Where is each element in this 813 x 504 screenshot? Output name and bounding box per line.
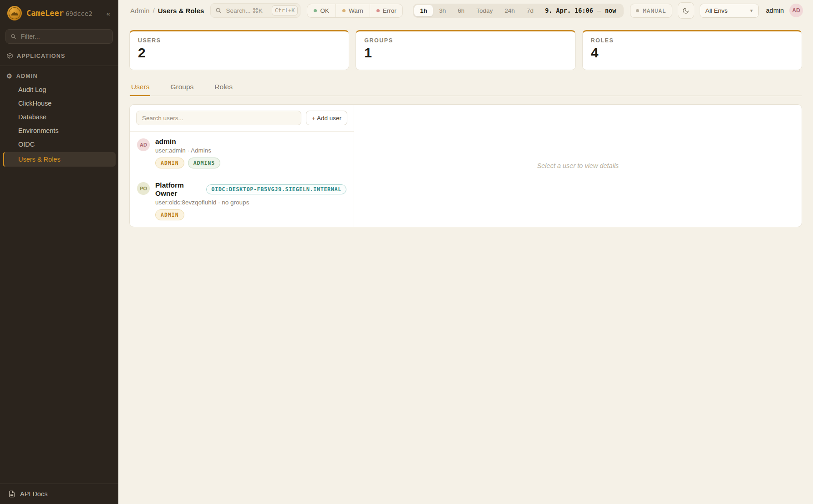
- user-meta: user:oidc:8evzqofluhld · no groups: [155, 199, 346, 206]
- stat-label: GROUPS: [364, 37, 567, 44]
- api-docs-label: API Docs: [20, 490, 47, 498]
- stat-value: 4: [591, 45, 793, 61]
- mode-label: MANUAL: [643, 7, 666, 14]
- document-icon: [8, 490, 15, 498]
- user-meta: user:admin · Admins: [155, 147, 220, 154]
- avatar: AD: [137, 138, 150, 151]
- status-filter-warn[interactable]: Warn: [335, 4, 370, 17]
- user-badges: ADMIN: [155, 209, 346, 220]
- avatar: PO: [137, 182, 150, 195]
- topbar: Admin / Users & Roles Ctrl+K OK Warn: [118, 0, 813, 21]
- time-range-1h[interactable]: 1h: [414, 5, 433, 16]
- status-filter-group: OK Warn Error Running: [307, 4, 402, 18]
- users-stat-card[interactable]: USERS 2: [129, 30, 349, 70]
- chevron-down-icon: ▾: [750, 8, 753, 14]
- stat-label: ROLES: [591, 37, 793, 44]
- global-search-input[interactable]: [225, 7, 269, 15]
- refresh-mode-badge[interactable]: MANUAL: [630, 4, 672, 18]
- breadcrumb-admin[interactable]: Admin: [130, 7, 150, 15]
- user-row-admin[interactable]: AD admin user:admin · Admins ADMIN ADMIN…: [130, 132, 354, 175]
- user-row-platform-owner[interactable]: PO Platform Owner OIDC:DESKTOP-FB5VGJ9.S…: [130, 175, 354, 227]
- sidebar-item-audit-log[interactable]: Audit Log: [0, 83, 118, 97]
- empty-detail-message: Select a user to view details: [537, 162, 619, 169]
- time-separator: —: [597, 7, 601, 14]
- oidc-provider-badge: OIDC:DESKTOP-FB5VGJ9.SIEGELN.INTERNAL: [206, 184, 346, 194]
- sidebar-filter[interactable]: [5, 29, 113, 44]
- gear-icon: ⚙: [6, 73, 13, 79]
- time-range-display[interactable]: 9. Apr. 16:06 — now: [539, 7, 622, 14]
- user-row-body: Platform Owner OIDC:DESKTOP-FB5VGJ9.SIEG…: [155, 181, 346, 220]
- sidebar-nav: Audit Log ClickHouse Database Environmen…: [0, 83, 118, 168]
- time-range-today[interactable]: Today: [471, 5, 499, 16]
- sidebar-item-environments[interactable]: Environments: [0, 124, 118, 137]
- ok-status-dot: [314, 9, 317, 12]
- tab-groups[interactable]: Groups: [169, 80, 194, 96]
- search-icon: [215, 7, 222, 14]
- breadcrumb-page: Users & Roles: [158, 7, 204, 15]
- error-status-dot: [376, 9, 380, 12]
- time-range-3h[interactable]: 3h: [433, 5, 452, 16]
- status-label: Warn: [349, 7, 363, 14]
- roles-stat-card[interactable]: ROLES 4: [582, 30, 802, 70]
- current-username: admin: [766, 7, 784, 14]
- time-range-group: 1h 3h 6h Today 24h 7d 9. Apr. 16:06 — no…: [413, 4, 624, 18]
- sidebar-filter-input[interactable]: [20, 32, 108, 41]
- search-icon: [10, 33, 16, 40]
- sidebar: CameLeer69dcce2 « APPLICATIONS ⚙ ADMIN A…: [0, 0, 118, 504]
- users-panel: + Add user AD admin user:admin · Admins …: [129, 104, 802, 227]
- sidebar-item-clickhouse[interactable]: ClickHouse: [0, 97, 118, 110]
- time-range-24h[interactable]: 24h: [499, 5, 521, 16]
- user-list-toolbar: + Add user: [130, 105, 354, 132]
- main-area: Admin / Users & Roles Ctrl+K OK Warn: [118, 0, 813, 504]
- sidebar-collapse-icon[interactable]: «: [105, 9, 112, 18]
- status-filter-ok[interactable]: OK: [307, 4, 335, 17]
- search-shortcut-badge: Ctrl+K: [272, 5, 298, 15]
- warn-status-dot: [342, 9, 346, 12]
- global-search[interactable]: Ctrl+K: [210, 3, 300, 18]
- theme-toggle-button[interactable]: [678, 2, 694, 19]
- user-detail-pane: Select a user to view details: [354, 105, 802, 227]
- group-badge-admins: ADMINS: [188, 158, 221, 168]
- section-label: ADMIN: [16, 73, 38, 79]
- brand-build: 69dcce2: [66, 10, 92, 17]
- user-row-body: admin user:admin · Admins ADMIN ADMINS: [155, 137, 220, 168]
- api-docs-link[interactable]: API Docs: [0, 484, 118, 504]
- sidebar-item-oidc[interactable]: OIDC: [0, 137, 118, 151]
- status-filter-error[interactable]: Error: [370, 4, 403, 17]
- status-label: OK: [320, 7, 329, 14]
- time-from: 9. Apr. 16:06: [545, 7, 593, 14]
- sidebar-section-applications[interactable]: APPLICATIONS: [0, 46, 118, 63]
- brand-name: CameLeer: [26, 9, 64, 18]
- user-name: Platform Owner: [155, 181, 202, 198]
- environment-selected: All Envs: [706, 7, 728, 14]
- groups-stat-card[interactable]: GROUPS 1: [356, 30, 575, 70]
- topbar-right-cluster: MANUAL All Envs ▾ admin AD: [630, 2, 803, 19]
- moon-icon: [682, 7, 690, 15]
- tab-roles[interactable]: Roles: [213, 80, 234, 96]
- time-to: now: [605, 7, 616, 14]
- user-name: admin: [155, 137, 176, 146]
- role-badge-admin: ADMIN: [155, 158, 184, 168]
- mode-dot: [636, 9, 639, 12]
- user-search-input[interactable]: [136, 111, 301, 125]
- add-user-button[interactable]: + Add user: [306, 111, 347, 125]
- role-badge-admin: ADMIN: [155, 209, 184, 220]
- status-label: Error: [383, 7, 396, 14]
- breadcrumb-separator: /: [153, 7, 155, 15]
- environment-select[interactable]: All Envs ▾: [700, 4, 759, 18]
- cube-icon: [6, 52, 13, 59]
- sidebar-item-users-roles[interactable]: Users & Roles: [3, 152, 116, 167]
- user-badges: ADMIN ADMINS: [155, 158, 220, 168]
- sidebar-item-database[interactable]: Database: [0, 110, 118, 124]
- app-logo[interactable]: [7, 6, 22, 20]
- time-range-7d[interactable]: 7d: [521, 5, 539, 16]
- sidebar-section-admin[interactable]: ⚙ ADMIN: [0, 66, 118, 83]
- time-range-6h[interactable]: 6h: [452, 5, 471, 16]
- user-avatar[interactable]: AD: [789, 4, 803, 17]
- breadcrumb: Admin / Users & Roles: [130, 7, 204, 15]
- stat-cards: USERS 2 GROUPS 1 ROLES 4: [129, 30, 802, 70]
- brand-text: CameLeer69dcce2: [26, 9, 92, 18]
- tab-users[interactable]: Users: [130, 80, 150, 96]
- user-list-pane: + Add user AD admin user:admin · Admins …: [130, 105, 354, 227]
- stat-value: 1: [364, 45, 567, 61]
